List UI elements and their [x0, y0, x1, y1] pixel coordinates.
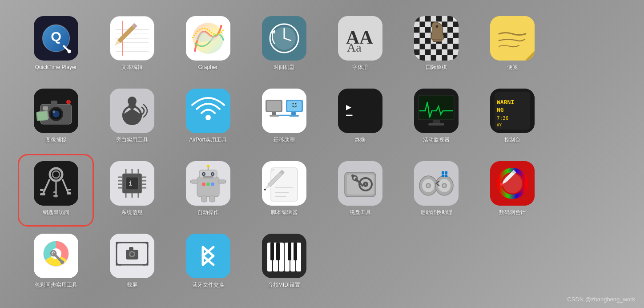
app-stickies[interactable]: 便笺	[474, 9, 550, 81]
svg-text:_: _	[357, 101, 362, 112]
app-empty4	[322, 227, 398, 299]
app-digitalcolor[interactable]: 数码测色计	[474, 154, 550, 227]
bootcamp-icon	[414, 161, 459, 206]
fontbook-icon: AA Aa	[338, 16, 382, 61]
app-grapher[interactable]: Grapher	[170, 9, 246, 81]
digitalcolor-label: 数码测色计	[499, 209, 526, 216]
app-sysinfo[interactable]: i 系统信息	[94, 154, 170, 227]
svg-rect-66	[291, 112, 296, 115]
app-empty5	[398, 227, 474, 299]
app-scripteditor[interactable]: 脚本编辑器	[246, 154, 322, 227]
screenshot-label: 截屏	[127, 282, 137, 289]
keychain-icon	[34, 161, 78, 206]
colorsync-label: 色彩同步实用工具	[35, 282, 77, 289]
svg-text:i: i	[129, 180, 132, 187]
svg-rect-120	[203, 176, 213, 178]
svg-point-52	[129, 102, 136, 109]
imagecapture-label: 图像捕捉	[45, 137, 67, 144]
svg-rect-87	[40, 193, 45, 195]
app-empty1	[550, 9, 626, 81]
app-chess[interactable]: 国际象棋	[398, 9, 474, 81]
scripteditor-label: 脚本编辑器	[271, 209, 298, 216]
app-audiomidi[interactable]: 音频MIDI设置	[246, 227, 322, 299]
svg-text:Q: Q	[51, 28, 61, 44]
app-screenshot[interactable]: 截屏	[94, 227, 170, 299]
svg-rect-124	[218, 180, 226, 183]
audiomidi-icon	[262, 234, 306, 278]
svg-rect-68	[289, 115, 299, 117]
app-quicktime[interactable]: Q QuickTime Player	[18, 9, 94, 81]
diskutility-icon	[338, 161, 382, 206]
svg-point-148	[365, 183, 366, 185]
svg-rect-44	[43, 106, 48, 110]
app-console[interactable]: WARNI NG 7:36 AY 控制台	[474, 81, 550, 154]
app-bluetooth[interactable]: 蓝牙文件交换	[170, 227, 246, 299]
svg-rect-202	[294, 243, 297, 260]
svg-point-164	[503, 174, 522, 193]
watermark: CSDN @zhangheng_work	[567, 296, 635, 303]
svg-point-127	[211, 182, 214, 186]
svg-point-157	[443, 184, 446, 187]
app-airport[interactable]: AirPort实用工具	[170, 81, 246, 154]
svg-point-153	[427, 184, 430, 187]
app-colorsync[interactable]: 色彩同步实用工具	[18, 227, 94, 299]
activitymonitor-icon	[414, 89, 459, 133]
svg-point-62	[295, 103, 296, 105]
svg-text:7:36: 7:36	[497, 115, 509, 121]
app-automator[interactable]: 自动操作	[170, 154, 246, 227]
textedit-label: 文本编辑	[121, 64, 143, 71]
app-empty2	[550, 81, 626, 154]
terminal-icon: _ ▶︎ _	[338, 89, 382, 133]
stickies-label: 便笺	[507, 64, 518, 71]
svg-rect-158	[442, 171, 444, 174]
svg-rect-160	[442, 174, 444, 177]
svg-point-187	[130, 252, 134, 256]
svg-rect-74	[419, 95, 454, 120]
grapher-label: Grapher	[198, 64, 217, 71]
voiceover-label: 旁白实用工具	[116, 137, 148, 144]
svg-rect-90	[53, 195, 58, 197]
timemachine-icon	[262, 16, 306, 61]
app-empty3	[550, 154, 626, 227]
automator-icon	[186, 161, 230, 206]
app-terminal[interactable]: _ ▶︎ _ 终端	[322, 81, 398, 154]
svg-rect-114	[197, 177, 219, 197]
svg-rect-129	[209, 196, 215, 202]
app-bootcamp[interactable]: 启动转换助理	[398, 154, 474, 227]
svg-rect-189	[186, 234, 230, 278]
svg-point-125	[202, 182, 205, 186]
svg-rect-199	[270, 243, 274, 260]
svg-rect-67	[270, 115, 279, 117]
svg-point-43	[66, 100, 71, 104]
app-voiceover[interactable]: 旁白实用工具	[94, 81, 170, 154]
activitymonitor-label: 活动监视器	[423, 137, 450, 144]
app-grid: Q QuickTime Player	[0, 0, 644, 308]
app-migration[interactable]: 迁移助理	[246, 81, 322, 154]
svg-rect-34	[490, 16, 535, 61]
svg-point-145	[351, 174, 354, 177]
app-fontbook[interactable]: AA Aa 字体册	[322, 9, 398, 81]
stickies-icon	[490, 16, 535, 61]
keychain-label: 钥匙串访问	[43, 209, 69, 216]
diskutility-label: 磁盘工具	[350, 209, 371, 216]
svg-text:NG: NG	[497, 106, 504, 113]
app-timemachine[interactable]: 时间机器	[246, 9, 322, 81]
svg-text:AY: AY	[497, 123, 502, 127]
svg-rect-188	[129, 247, 133, 250]
chess-icon	[414, 16, 459, 61]
colorsync-icon	[34, 234, 78, 278]
svg-rect-128	[201, 196, 207, 202]
app-activitymonitor[interactable]: 活动监视器	[398, 81, 474, 154]
svg-rect-94	[68, 189, 71, 190]
console-label: 控制台	[504, 137, 520, 144]
airport-icon	[186, 89, 230, 133]
svg-rect-161	[445, 174, 447, 177]
svg-rect-93	[67, 192, 71, 195]
app-textedit[interactable]: 文本编辑	[94, 9, 170, 81]
app-keychain[interactable]: 钥匙串访问	[18, 154, 94, 227]
svg-rect-76	[428, 123, 444, 126]
imagecapture-icon	[34, 89, 78, 133]
app-diskutility[interactable]: 磁盘工具	[322, 154, 398, 227]
sysinfo-label: 系统信息	[121, 209, 143, 216]
app-imagecapture[interactable]: 图像捕捉	[18, 81, 94, 154]
